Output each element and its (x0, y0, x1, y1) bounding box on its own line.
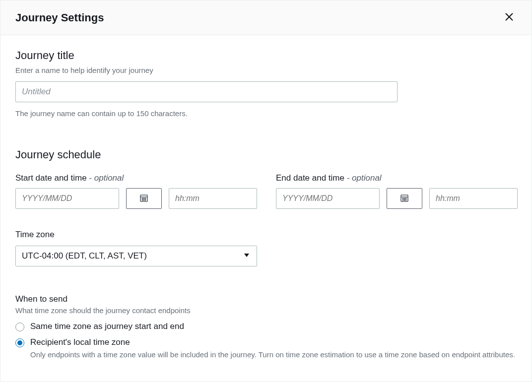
radio-recipient-local-hint: Only endpoints with a time zone value wi… (30, 349, 517, 360)
end-datetime-group: End date and time - optional (276, 173, 518, 209)
when-to-send-title: When to send (15, 294, 517, 304)
svg-point-13 (404, 198, 404, 198)
svg-point-8 (143, 199, 144, 200)
svg-point-15 (402, 199, 403, 200)
svg-point-7 (142, 199, 142, 200)
start-datetime-group: Start date and time - optional (15, 173, 257, 209)
start-datetime-label: Start date and time - optional (15, 173, 257, 183)
radio-option-recipient-local: Recipient's local time zone Only endpoin… (15, 337, 517, 360)
end-date-input[interactable] (276, 188, 380, 209)
svg-point-5 (143, 198, 144, 198)
close-icon (504, 11, 515, 24)
schedule-row: Start date and time - optional (15, 173, 517, 209)
end-time-input[interactable] (429, 188, 518, 209)
close-button[interactable] (502, 9, 517, 26)
journey-settings-panel: Journey Settings Journey title Enter a n… (0, 0, 532, 382)
svg-point-12 (402, 198, 403, 198)
timezone-label: Time zone (15, 230, 517, 240)
radio-option-same-timezone: Same time zone as journey start and end (15, 322, 517, 331)
timezone-select-wrap: UTC-04:00 (EDT, CLT, AST, VET) (15, 246, 257, 266)
svg-point-17 (405, 199, 406, 200)
start-date-picker-button[interactable] (126, 188, 162, 209)
calendar-icon (139, 194, 148, 204)
journey-title-hint: The journey name can contain up to 150 c… (15, 109, 517, 118)
radio-same-timezone[interactable] (15, 323, 24, 331)
svg-point-6 (145, 198, 145, 198)
svg-point-9 (145, 199, 145, 200)
panel-title: Journey Settings (15, 11, 104, 24)
timezone-block: Time zone UTC-04:00 (EDT, CLT, AST, VET) (15, 230, 517, 266)
journey-title-heading: Journey title (15, 49, 517, 62)
start-time-input[interactable] (169, 188, 257, 209)
calendar-icon (400, 194, 409, 204)
journey-title-input[interactable] (15, 81, 398, 102)
when-to-send-description: What time zone should the journey contac… (15, 306, 517, 315)
panel-header: Journey Settings (0, 0, 532, 35)
radio-recipient-local[interactable] (15, 338, 24, 347)
end-datetime-label: End date and time - optional (276, 173, 518, 183)
end-date-picker-button[interactable] (387, 188, 422, 209)
timezone-selected-value: UTC-04:00 (EDT, CLT, AST, VET) (22, 251, 147, 261)
svg-point-16 (404, 199, 404, 200)
timezone-select[interactable]: UTC-04:00 (EDT, CLT, AST, VET) (15, 246, 257, 266)
svg-point-4 (142, 198, 142, 198)
panel-body: Journey title Enter a name to help ident… (0, 35, 532, 381)
when-to-send-block: When to send What time zone should the j… (15, 294, 517, 360)
svg-point-14 (405, 198, 406, 198)
radio-recipient-local-label: Recipient's local time zone (30, 337, 517, 347)
radio-same-timezone-label: Same time zone as journey start and end (30, 322, 517, 331)
journey-title-section: Journey title Enter a name to help ident… (15, 49, 517, 118)
start-date-input[interactable] (15, 188, 119, 209)
journey-schedule-heading: Journey schedule (15, 148, 517, 161)
journey-schedule-section: Journey schedule Start date and time - o… (15, 148, 517, 360)
journey-title-description: Enter a name to help identify your journ… (15, 66, 517, 74)
